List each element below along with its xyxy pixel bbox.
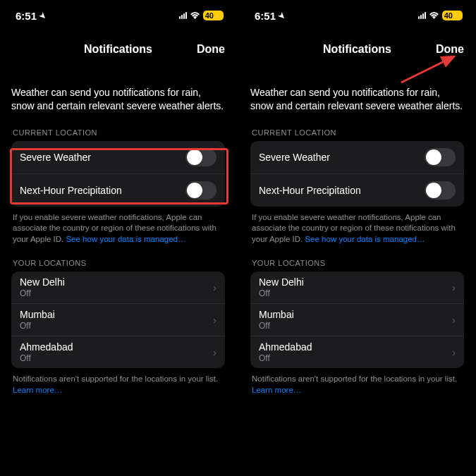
section-header-current-location: CURRENT LOCATION	[250, 128, 464, 137]
next-hour-row: Next-Hour Precipitation	[250, 173, 464, 207]
location-services-icon: ➤	[276, 10, 288, 21]
status-time: 6:51	[255, 10, 276, 22]
wifi-icon	[429, 11, 439, 21]
description-text: Weather can send you notifications for r…	[250, 86, 464, 113]
severe-weather-toggle[interactable]	[185, 148, 216, 166]
severe-weather-toggle[interactable]	[425, 148, 456, 166]
screen-right: 6:51 ➤ 40⚡ Notifications Done Weather ca…	[239, 0, 475, 476]
location-row-new-delhi[interactable]: New Delhi Off ›	[11, 271, 225, 303]
location-row-new-delhi[interactable]: New Delhi Off ›	[250, 271, 464, 303]
page-title: Notifications	[323, 43, 391, 56]
your-locations-footer: Notifications aren't supported for the l…	[11, 374, 225, 396]
location-row-mumbai[interactable]: Mumbai Off ›	[250, 303, 464, 336]
status-bar: 6:51 ➤ 40⚡	[239, 0, 475, 31]
done-button[interactable]: Done	[197, 43, 225, 56]
description-text: Weather can send you notifications for r…	[11, 86, 225, 113]
section-header-current-location: CURRENT LOCATION	[11, 128, 225, 137]
status-time: 6:51	[16, 10, 37, 22]
battery-icon: 40⚡	[442, 11, 463, 20]
chevron-right-icon: ›	[213, 315, 216, 326]
section-header-your-locations: YOUR LOCATIONS	[250, 259, 464, 267]
screen-left: 6:51 ➤ 40⚡ Notifications Done Weather ca…	[0, 0, 236, 476]
next-hour-label: Next-Hour Precipitation	[20, 185, 122, 196]
your-locations-group: New Delhi Off › Mumbai Off › Ahmedabad O…	[250, 271, 464, 368]
chevron-right-icon: ›	[213, 347, 216, 358]
your-locations-footer: Notifications aren't supported for the l…	[250, 374, 464, 396]
current-location-group: Severe Weather Next-Hour Precipitation	[250, 141, 464, 207]
learn-more-link[interactable]: Learn more…	[252, 386, 301, 394]
cellular-signal-icon	[418, 12, 426, 19]
data-managed-link[interactable]: See how your data is managed…	[66, 235, 185, 243]
next-hour-label: Next-Hour Precipitation	[259, 185, 361, 196]
nav-bar: Notifications Done	[239, 34, 475, 65]
next-hour-toggle[interactable]	[185, 181, 216, 200]
your-locations-group: New Delhi Off › Mumbai Off › Ahmedabad O…	[11, 271, 225, 368]
severe-weather-label: Severe Weather	[259, 152, 330, 163]
location-row-ahmedabad[interactable]: Ahmedabad Off ›	[11, 336, 225, 368]
next-hour-row: Next-Hour Precipitation	[11, 173, 225, 207]
cellular-signal-icon	[179, 12, 187, 19]
location-row-ahmedabad[interactable]: Ahmedabad Off ›	[250, 336, 464, 368]
data-managed-link[interactable]: See how your data is managed…	[305, 235, 425, 243]
current-location-footer: If you enable severe weather notificatio…	[11, 212, 225, 245]
wifi-icon	[190, 11, 200, 21]
severe-weather-label: Severe Weather	[20, 152, 91, 163]
current-location-footer: If you enable severe weather notificatio…	[250, 212, 464, 245]
chevron-right-icon: ›	[452, 282, 456, 293]
battery-icon: 40⚡	[203, 11, 224, 20]
location-services-icon: ➤	[37, 10, 49, 21]
page-title: Notifications	[84, 43, 152, 56]
nav-bar: Notifications Done	[0, 34, 236, 65]
section-header-your-locations: YOUR LOCATIONS	[11, 259, 225, 267]
location-row-mumbai[interactable]: Mumbai Off ›	[11, 303, 225, 336]
done-button[interactable]: Done	[436, 43, 464, 56]
current-location-group: Severe Weather Next-Hour Precipitation	[11, 141, 225, 207]
severe-weather-row: Severe Weather	[11, 141, 225, 173]
chevron-right-icon: ›	[213, 282, 216, 293]
chevron-right-icon: ›	[452, 315, 456, 326]
status-bar: 6:51 ➤ 40⚡	[0, 0, 236, 31]
severe-weather-row: Severe Weather	[250, 141, 464, 173]
next-hour-toggle[interactable]	[425, 181, 456, 200]
chevron-right-icon: ›	[452, 347, 456, 358]
learn-more-link[interactable]: Learn more…	[13, 386, 62, 394]
